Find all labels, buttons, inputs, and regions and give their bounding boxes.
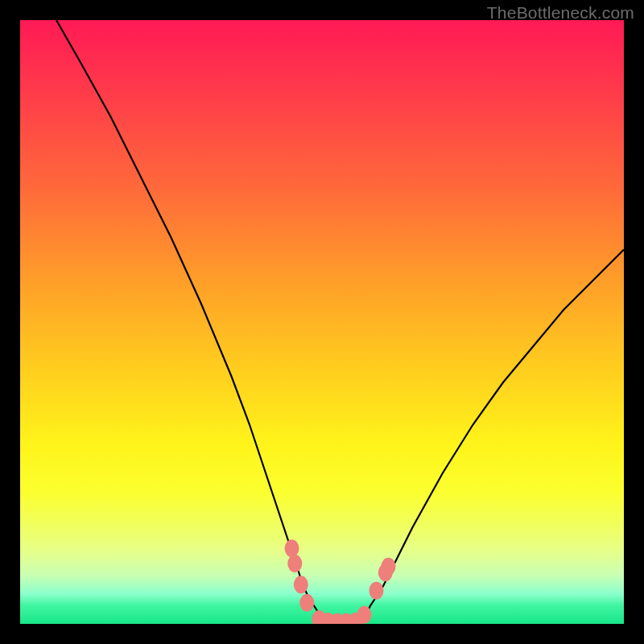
curve-marker bbox=[294, 576, 308, 593]
chart-svg bbox=[20, 20, 624, 624]
curve-marker bbox=[357, 606, 372, 624]
chart-frame: TheBottleneck.com bbox=[0, 0, 644, 644]
curve-marker bbox=[382, 558, 396, 576]
curve-markers bbox=[285, 539, 396, 624]
bottleneck-curve bbox=[56, 20, 624, 624]
curve-marker bbox=[299, 594, 314, 612]
curve-marker bbox=[287, 555, 302, 572]
curve-marker bbox=[285, 539, 299, 557]
chart-plot-area bbox=[20, 20, 624, 624]
curve-marker bbox=[369, 582, 384, 600]
